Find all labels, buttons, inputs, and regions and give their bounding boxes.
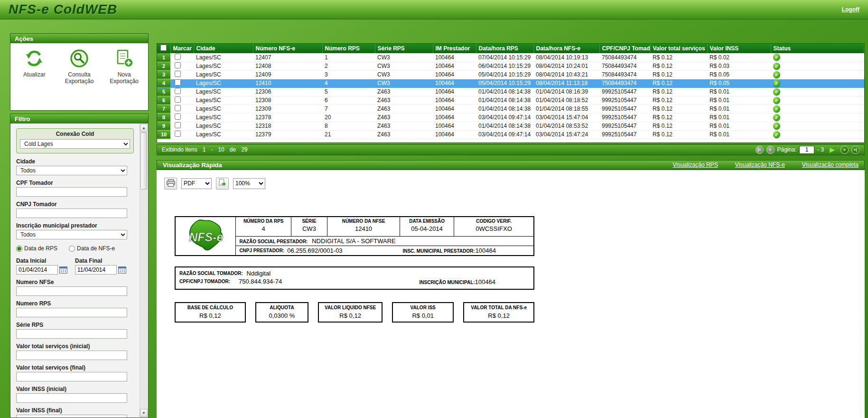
cpf-tomador-input[interactable]: [16, 187, 127, 197]
row-checkbox[interactable]: [175, 62, 181, 68]
municipal-registration-select[interactable]: Todos: [16, 230, 127, 239]
page-input[interactable]: [799, 146, 814, 154]
logoff-link[interactable]: Logoff: [842, 6, 859, 13]
inss-value-start-input[interactable]: [16, 393, 127, 403]
invoice-total-box: ALIQUOTA 0,0300 %: [255, 302, 308, 323]
cell-serie-rps: Z463: [375, 113, 433, 122]
select-all-header: [157, 44, 170, 53]
cell-cidade: Lages/SC: [194, 104, 253, 113]
total-value-start-input[interactable]: [16, 351, 127, 360]
cell-valor-total: R$ 0.12: [650, 87, 707, 96]
cell-numero-nfse: 12306: [253, 87, 322, 96]
last-page-icon[interactable]: »|: [851, 146, 859, 154]
new-export-button[interactable]: Nova Exportação: [104, 49, 144, 85]
row-checkbox[interactable]: [175, 122, 181, 128]
col-header-numero-nfse: Número NFS-e: [253, 44, 322, 53]
print-button[interactable]: [164, 178, 177, 190]
row-checkbox[interactable]: [175, 114, 181, 120]
radio-data-nfse-input[interactable]: [69, 246, 75, 252]
table-row[interactable]: 7 Lages/SC 12309 7 Z463 100464 01/04/201…: [157, 104, 864, 113]
row-checkbox[interactable]: [175, 71, 181, 77]
scroll-down-icon[interactable]: ▼: [140, 409, 148, 417]
items-de-label: de: [230, 146, 236, 153]
row-checkbox[interactable]: [175, 96, 181, 103]
col-header-data-nfse: Data/hora NFS-e: [533, 44, 599, 53]
radio-data-nfse[interactable]: Data de NFS-e: [69, 245, 115, 252]
start-date-group: Data Inicial: [16, 254, 67, 275]
rps-number-input[interactable]: [16, 308, 127, 317]
table-row[interactable]: 9 Lages/SC 12318 8 Z463 100464 01/04/201…: [157, 122, 864, 130]
invoice-head-label: CODIGO VERIF.: [456, 218, 532, 224]
cell-serie-rps: Z463: [375, 87, 433, 96]
row-checkbox-cell: [170, 79, 194, 87]
table-row[interactable]: 8 Lages/SC 12378 20 Z463 100464 03/04/20…: [157, 113, 864, 122]
refresh-button[interactable]: Atualizar: [14, 49, 55, 78]
zoom-select[interactable]: 100%: [233, 178, 265, 189]
cell-numero-rps: 6: [322, 96, 375, 104]
start-date-calendar-icon[interactable]: [59, 266, 67, 274]
prev-page-icon[interactable]: «: [766, 146, 775, 154]
status-ok-icon: ✓: [773, 71, 780, 78]
inss-value-end-input[interactable]: [16, 415, 127, 418]
cell-data-nfse: 03/04/2014 15:47:24: [533, 130, 599, 139]
cell-im-prestador: 100464: [433, 122, 476, 130]
cell-data-rps: 06/04/2014 10:15:29: [476, 62, 533, 70]
end-date-input[interactable]: [75, 265, 117, 275]
status-ok-icon: ✓: [773, 131, 780, 138]
cell-status: ✓: [771, 62, 864, 70]
link-visualizacao-completa[interactable]: Visualização completa: [802, 162, 859, 168]
first-page-icon[interactable]: |«: [756, 146, 764, 154]
cell-im-prestador: 100464: [433, 130, 476, 139]
total-value-end-input[interactable]: [16, 372, 127, 381]
cnpj-tomador-input[interactable]: [16, 209, 127, 218]
export-button[interactable]: [216, 178, 229, 190]
format-select[interactable]: PDF: [181, 178, 212, 189]
cell-data-rps: 03/04/2014 09:47:14: [476, 113, 533, 122]
start-date-label: Data Inicial: [16, 257, 67, 264]
row-checkbox[interactable]: [175, 105, 181, 111]
table-row[interactable]: 1 Lages/SC 12407 1 CW3 100464 07/04/2014…: [157, 53, 864, 62]
table-row[interactable]: 2 Lages/SC 12408 2 CW3 100464 06/04/2014…: [157, 62, 864, 70]
start-date-input[interactable]: [16, 265, 58, 275]
row-checkbox[interactable]: [175, 131, 181, 137]
search-icon: [70, 49, 89, 69]
filter-panel-title: Filtro: [10, 114, 149, 124]
filter-scrollbar[interactable]: ▲ ▼: [140, 124, 148, 417]
cell-numero-nfse: 12409: [253, 70, 322, 79]
row-checkbox[interactable]: [175, 88, 181, 94]
next-page-icon[interactable]: »: [840, 146, 849, 154]
items-to: 10: [218, 146, 224, 153]
showing-items-label: Exibindo itens: [162, 146, 197, 153]
row-number: 3: [157, 70, 170, 79]
table-row[interactable]: 3 Lages/SC 12409 3 CW3 100464 05/04/2014…: [157, 70, 864, 79]
rps-series-input[interactable]: [16, 329, 127, 339]
svg-text:NFS-e: NFS-e: [189, 230, 224, 243]
cell-numero-rps: 7: [322, 104, 375, 113]
export-search-button[interactable]: Consulta Exportação: [59, 49, 100, 85]
table-row[interactable]: 5 Lages/SC 12306 5 Z463 100464 01/04/201…: [157, 87, 864, 96]
link-visualizacao-rps[interactable]: Visualização RPS: [672, 162, 718, 168]
radio-data-rps[interactable]: Data de RPS: [16, 245, 57, 252]
cold-connection-select[interactable]: Cold Lages: [20, 139, 130, 149]
nfse-number-input[interactable]: [16, 286, 127, 296]
link-visualizacao-nfse[interactable]: Visualização NFS-e: [735, 162, 785, 168]
cell-numero-nfse: 12309: [253, 104, 322, 113]
go-page-icon[interactable]: ▶: [830, 146, 835, 153]
table-row[interactable]: 4 Lages/SC 12410 4 CW3 100464 05/04/2014…: [157, 79, 864, 87]
cell-serie-rps: Z463: [375, 130, 433, 139]
cell-data-nfse: 03/04/2014 15:47:04: [533, 113, 599, 122]
city-select[interactable]: Todos: [16, 166, 127, 175]
row-checkbox[interactable]: [175, 54, 181, 60]
row-checkbox[interactable]: [175, 79, 181, 86]
cell-valor-total: R$ 0.12: [650, 62, 707, 70]
table-row[interactable]: 6 Lages/SC 12308 6 Z463 100464 01/04/201…: [157, 96, 864, 104]
scrollbar-thumb[interactable]: [140, 133, 147, 190]
scroll-up-icon[interactable]: ▲: [140, 124, 148, 132]
invoice-total-value: R$ 0,01: [395, 312, 451, 319]
select-all-checkbox[interactable]: [160, 45, 167, 51]
end-date-calendar-icon[interactable]: [118, 266, 126, 274]
cell-cpf-cnpj: 75084493474: [599, 53, 650, 62]
radio-data-rps-input[interactable]: [16, 246, 22, 252]
cell-data-rps: 07/04/2014 10:15:29: [476, 53, 533, 62]
table-row[interactable]: 10 Lages/SC 12379 21 Z463 100464 03/04/2…: [157, 130, 864, 139]
